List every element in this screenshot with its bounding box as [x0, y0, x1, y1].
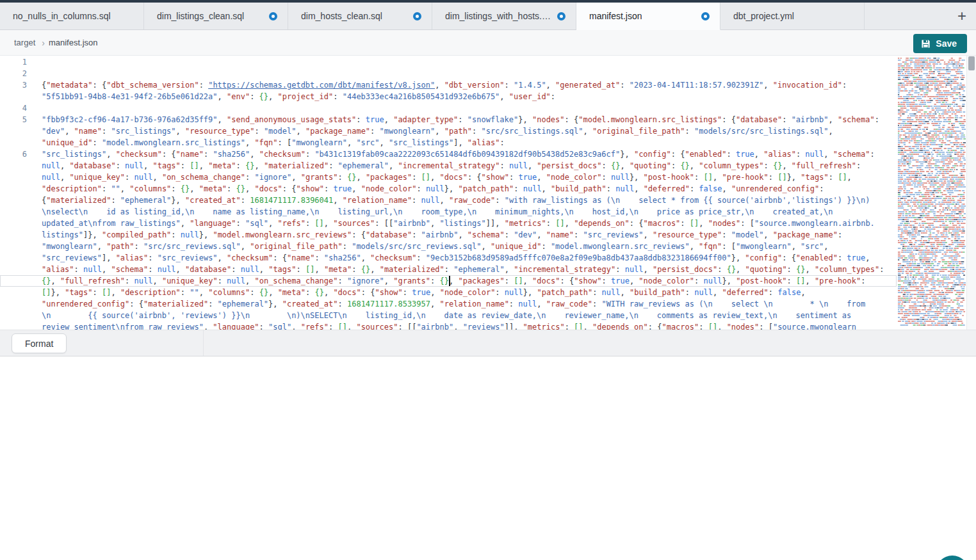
- line-number: 3: [0, 79, 27, 91]
- tab-bar-spacer: [865, 3, 948, 29]
- code-line-text: \n {{ source('airbnb', 'reviews') }}\n \…: [42, 310, 897, 321]
- code-row: null, "database": null, "tags": [], "met…: [0, 160, 897, 172]
- code-line-text: [42, 56, 897, 68]
- code-row: 1: [0, 56, 897, 68]
- code-line-text: "alias": null, "schema": null, "database…: [42, 264, 897, 275]
- code-row: "alias": null, "schema": null, "database…: [0, 264, 897, 275]
- tab-manifest-json[interactable]: manifest.json: [576, 3, 720, 30]
- code-line-text: updated_at\nfrom raw_listings", "languag…: [42, 218, 897, 229]
- breadcrumb: target › manifest.json Save: [0, 30, 976, 56]
- code-line-text: "src_reviews"], "alias": "src_reviews", …: [42, 252, 897, 264]
- code-line-text: {"metadata": {"dbt_schema_version": "htt…: [42, 79, 897, 91]
- code-line-text: "unrendered_config": {"materialized": "e…: [42, 298, 897, 310]
- tab-label: dbt_project.yml: [733, 11, 794, 21]
- line-number: 1: [0, 56, 27, 68]
- line-number: [0, 229, 27, 241]
- line-number: [0, 206, 27, 218]
- line-number: 4: [0, 102, 27, 114]
- unsaved-changes-dot-icon: [269, 12, 277, 20]
- code-line-text: "description": "", "columns": {}, "meta"…: [42, 183, 897, 195]
- save-icon: [921, 39, 931, 49]
- line-number: [0, 298, 27, 310]
- unsaved-changes-dot-icon: [557, 12, 565, 20]
- code-line-text: "unique_id": "model.mwonglearn.src_listi…: [42, 137, 897, 148]
- line-number: 2: [0, 68, 27, 79]
- line-number: [0, 321, 27, 330]
- code-row: []}, "tags": [], "description": "", "col…: [0, 287, 897, 298]
- code-line-text: "mwonglearn", "path": "src/src_reviews.s…: [42, 241, 897, 252]
- scrollbar-thumb[interactable]: [968, 56, 975, 70]
- code-line-text: {}, "full_refresh": null, "unique_key": …: [42, 275, 897, 287]
- line-number: 6: [0, 148, 27, 160]
- tab-label: dim_hosts_clean.sql: [301, 11, 382, 21]
- save-button[interactable]: Save: [913, 34, 967, 53]
- line-number: 5: [0, 114, 27, 125]
- code-row: null, "unique_key": null, "on_schema_cha…: [0, 172, 897, 183]
- tab-label: dim_listings_clean.sql: [157, 11, 244, 21]
- code-line-text: null, "unique_key": null, "on_schema_cha…: [42, 172, 897, 183]
- code-row: review_sentiment\nfrom raw_reviews", "la…: [0, 321, 897, 330]
- code-row: 4: [0, 102, 897, 114]
- scrollbar[interactable]: [966, 56, 976, 330]
- code-line-text: []}, "tags": [], "description": "", "col…: [42, 287, 897, 298]
- code-line-text: "src_listings", "checksum": {"name": "sh…: [42, 148, 897, 160]
- editor-footer: Format: [0, 330, 976, 356]
- tab-dbt-project-yml[interactable]: dbt_project.yml: [720, 3, 865, 29]
- code-row: 5"fbb9f3c2-cf96-4a17-b736-976a62d35ff9",…: [0, 114, 897, 125]
- code-line-text: [42, 68, 897, 79]
- code-line-text: listings"]}, "compiled_path": null}, "mo…: [42, 229, 897, 241]
- line-number: [0, 275, 27, 287]
- save-button-label: Save: [936, 38, 957, 49]
- tab-no-nulls-in-columns-sql[interactable]: no_nulls_in_columns.sql: [0, 3, 144, 29]
- unsaved-changes-dot-icon: [701, 12, 710, 20]
- tab-dim-listings-with-hosts-sql[interactable]: dim_listings_with_hosts.sql: [432, 3, 576, 29]
- format-button[interactable]: Format: [12, 333, 67, 353]
- code-line-text: {"materialized": "ephemeral"}, "created_…: [42, 195, 897, 206]
- code-row: 2: [0, 68, 897, 79]
- tab-label: no_nulls_in_columns.sql: [13, 11, 111, 21]
- breadcrumb-segment-file: manifest.json: [49, 38, 98, 47]
- code-row: {}, "full_refresh": null, "unique_key": …: [0, 275, 897, 287]
- code-row: "mwonglearn", "path": "src/src_reviews.s…: [0, 241, 897, 252]
- breadcrumb-segment-target: target: [14, 38, 35, 47]
- tab-label: manifest.json: [589, 11, 642, 21]
- line-number: [0, 160, 27, 172]
- code-row: 3{"metadata": {"dbt_schema_version": "ht…: [0, 79, 897, 91]
- code-row: \nselect\n id as listing_id,\n name as l…: [0, 206, 897, 218]
- results-panel: [0, 357, 976, 560]
- line-number: [0, 125, 27, 137]
- minimap[interactable]: [897, 56, 966, 328]
- code-line-text: "dev", "name": "src_listings", "resource…: [42, 125, 897, 137]
- code-line-text: review_sentiment\nfrom raw_reviews", "la…: [42, 321, 897, 330]
- tab-label: dim_listings_with_hosts.sql: [445, 11, 552, 21]
- line-number: [0, 252, 27, 264]
- text-caret: [449, 276, 450, 286]
- code-row: "5f51bb91-94b8-4e31-94f2-26b5e061d22a", …: [0, 91, 897, 102]
- tab-dim-listings-clean-sql[interactable]: dim_listings_clean.sql: [144, 3, 288, 29]
- line-number: [0, 218, 27, 229]
- code-line-text: "fbb9f3c2-cf96-4a17-b736-976a62d35ff9", …: [42, 114, 897, 125]
- new-tab-button[interactable]: +: [948, 3, 976, 29]
- code-editor[interactable]: 123{"metadata": {"dbt_schema_version": "…: [0, 56, 976, 330]
- code-line-text: \nselect\n id as listing_id,\n name as l…: [42, 206, 897, 218]
- code-row: "unrendered_config": {"materialized": "e…: [0, 298, 897, 310]
- line-number: [0, 137, 27, 148]
- unsaved-changes-dot-icon: [413, 12, 421, 20]
- code-row: 6"src_listings", "checksum": {"name": "s…: [0, 148, 897, 160]
- code-line-text: "5f51bb91-94b8-4e31-94f2-26b5e061d22a", …: [42, 91, 897, 102]
- tab-bar: no_nulls_in_columns.sqldim_listings_clea…: [0, 3, 976, 30]
- line-number: [0, 195, 27, 206]
- code-area[interactable]: 123{"metadata": {"dbt_schema_version": "…: [0, 56, 897, 330]
- chevron-right-icon: ›: [42, 38, 45, 48]
- line-number: [0, 172, 27, 183]
- line-number: [0, 91, 27, 102]
- line-number: [0, 264, 27, 275]
- code-row: "dev", "name": "src_listings", "resource…: [0, 125, 897, 137]
- tab-dim-hosts-clean-sql[interactable]: dim_hosts_clean.sql: [288, 3, 432, 29]
- code-row: updated_at\nfrom raw_listings", "languag…: [0, 218, 897, 229]
- line-number: [0, 241, 27, 252]
- footer-divider: [203, 330, 204, 356]
- code-row: \n {{ source('airbnb', 'reviews') }}\n \…: [0, 310, 897, 321]
- code-row: listings"]}, "compiled_path": null}, "mo…: [0, 229, 897, 241]
- line-number: [0, 183, 27, 195]
